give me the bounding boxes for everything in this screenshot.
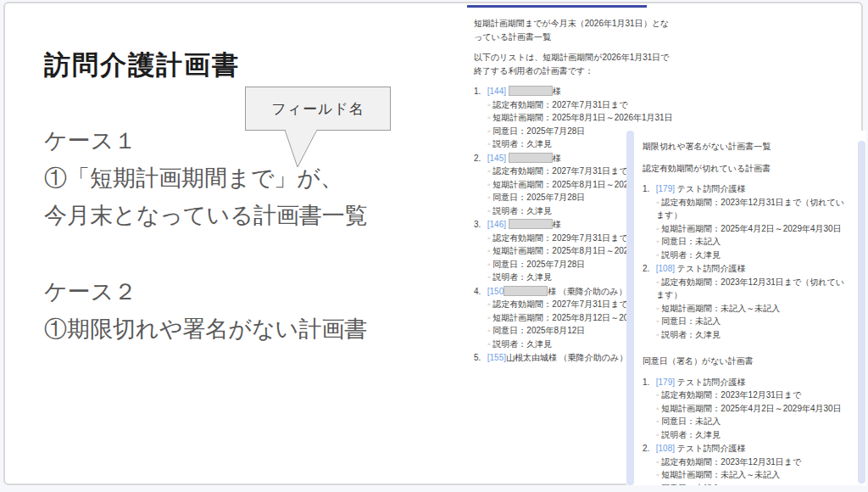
detail-row: 短期計画期間：未記入～未記入 — [643, 302, 853, 316]
detail-row: 認定有効期間：2023年12月31日まで（切れています） — [643, 276, 853, 302]
client-name: テスト訪問介護様 — [677, 377, 746, 387]
detail-row: 同意日：未記入 — [643, 235, 853, 249]
redacted-name-box — [509, 219, 553, 229]
page-title: 訪問介護計画書 — [44, 48, 240, 83]
case2-line1: ①期限切れや署名がない計画書 — [44, 310, 367, 348]
redacted-name-box — [509, 86, 553, 96]
item-number: 1. — [643, 376, 654, 389]
item-number: 2. — [474, 152, 485, 165]
item-number: 1. — [474, 85, 485, 98]
item-number: 5. — [474, 351, 485, 365]
item-note: （乗降介助のみ） — [559, 287, 626, 296]
plan-list-item: 1. [179] テスト訪問介護様 認定有効期間：2023年12月31日まで 短… — [643, 376, 853, 442]
screenshot-panel-2: 期限切れや署名がない計画書一覧 認定有効期間が切れている計画書 1. [179]… — [626, 131, 866, 485]
record-id-link[interactable]: [179] — [656, 184, 675, 193]
record-id-link[interactable]: [144] — [487, 87, 506, 96]
scrollbar-strip-left[interactable] — [626, 131, 634, 485]
detail-row: 同意日：未記入 — [643, 415, 853, 428]
name-suffix: 様 — [553, 154, 561, 163]
callout-label: フィールド名 — [271, 99, 364, 119]
record-id-link[interactable]: [179] — [656, 377, 675, 387]
detail-row: 説明者：久津見 — [643, 249, 853, 262]
plan-list-item: 1. [179] テスト訪問介護様 認定有効期間：2023年12月31日まで（切… — [643, 182, 853, 261]
record-id-link[interactable]: [108] — [656, 444, 675, 453]
detail-row: 認定有効期間：2023年12月31日まで — [643, 389, 853, 402]
record-id-link[interactable]: [146] — [487, 220, 506, 229]
item-number: 2. — [643, 262, 654, 276]
panel1-intro1: 短期計画期間までが今月末（2026年1月31日）となっている計画書一覧 — [474, 17, 677, 43]
detail-row: 認定有効期間：2023年12月31日まで — [643, 456, 853, 469]
detail-row: 説明者：久津見 — [643, 328, 853, 342]
detail-row: 短期計画期間：2025年4月2日～2029年4月30日 — [643, 222, 853, 236]
plan-list-item: 2. [108] テスト訪問介護様 認定有効期間：2023年12月31日まで（切… — [643, 262, 853, 341]
panel1-accent-line — [467, 5, 647, 8]
plan-list-item: 2. [108] テスト訪問介護様 認定有効期間：2023年12月31日まで 短… — [643, 442, 853, 485]
record-id-link[interactable]: [145] — [487, 154, 506, 163]
record-id-link[interactable]: [155] — [487, 353, 506, 362]
record-id-link[interactable]: [108] — [656, 264, 675, 273]
panel2-section1-heading: 認定有効期間が切れている計画書 — [643, 162, 853, 176]
panel1-intro2: 以下のリストは、短期計画期間が2026年1月31日で終了する利用者の計画書です： — [474, 51, 677, 77]
client-name: テスト訪問介護様 — [677, 184, 746, 193]
scrollbar-strip-right[interactable] — [858, 141, 865, 484]
redacted-name-box — [504, 286, 548, 296]
item-number: 4. — [474, 285, 485, 299]
slide-canvas: 訪問介護計画書 ケース１ ①「短期計画期間まで」が、 今月末となっている計画書一… — [3, 2, 863, 485]
item-number: 1. — [643, 182, 654, 196]
detail-row: 短期計画期間：2025年8月1日～2026年1月31日 — [474, 111, 677, 125]
record-id-link[interactable]: [150 — [487, 287, 504, 296]
detail-row: 同意日：未記入 — [643, 315, 853, 328]
detail-row: 短期計画期間：2025年4月2日～2029年4月30日 — [643, 402, 853, 416]
detail-row: 認定有効期間：2023年12月31日まで（切れています） — [643, 196, 853, 222]
panel2-title: 期限切れや署名がない計画書一覧 — [643, 140, 853, 154]
client-name: テスト訪問介護様 — [677, 444, 746, 453]
case2-block: ケース２ ①期限切れや署名がない計画書 — [44, 273, 367, 348]
case1-line2: 今月末となっている計画書一覧 — [44, 197, 368, 234]
name-suffix: 様 — [553, 220, 561, 229]
redacted-name-box — [509, 153, 553, 163]
item-note: （乗降介助のみ） — [559, 353, 627, 362]
name-suffix: 様 — [548, 287, 556, 296]
client-name: テスト訪問介護様 — [677, 264, 746, 273]
callout-bubble: フィールド名 — [245, 87, 391, 131]
panel2-section2-heading: 同意日（署名）がない計画書 — [643, 355, 853, 368]
item-number: 3. — [474, 218, 485, 232]
callout-tail-icon — [251, 130, 344, 169]
detail-row: 説明者：久津見 — [643, 428, 853, 442]
detail-row: 同意日：未記入 — [643, 482, 853, 486]
detail-row: 認定有効期間：2027年7月31日まで — [474, 98, 677, 112]
name-suffix: 様 — [553, 87, 561, 96]
client-name: 山根太由城様 — [506, 353, 557, 362]
item-number: 2. — [643, 442, 654, 456]
detail-row: 短期計画期間：未記入～未記入 — [643, 468, 853, 482]
case2-heading: ケース２ — [44, 273, 367, 310]
